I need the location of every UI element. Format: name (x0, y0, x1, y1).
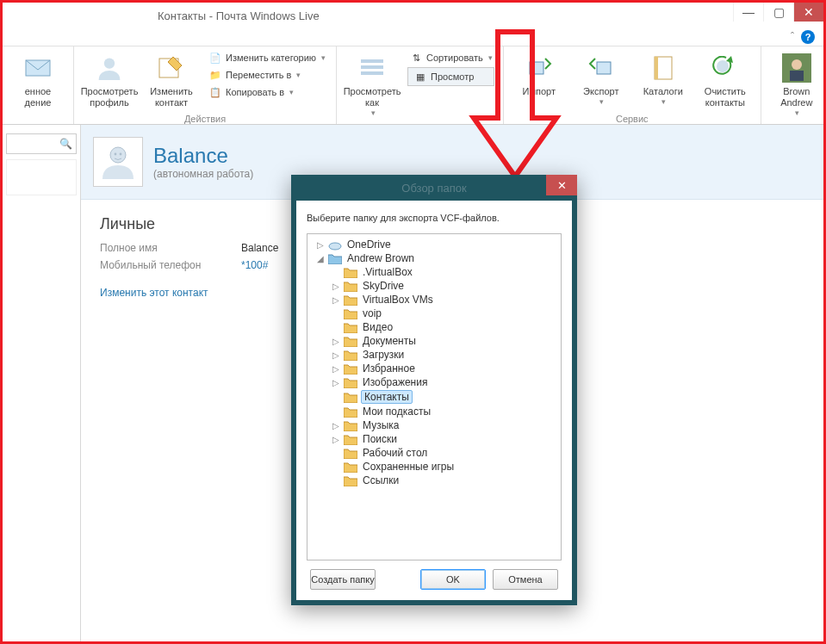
tree-node-label: Поиски (361, 433, 399, 445)
mobile-label: Мобильный телефон (100, 259, 220, 271)
folder-icon (344, 321, 357, 333)
search-input[interactable]: 🔍 (6, 133, 77, 154)
folder-icon (344, 419, 357, 431)
tree-node[interactable]: ▷Музыка (309, 418, 559, 432)
tree-node[interactable]: ▷Изображения (309, 375, 559, 389)
folder-tree[interactable]: ▷OneDrive◢Andrew Brown .VirtualBox▷SkyDr… (307, 233, 562, 560)
ribbon-collapse-icon[interactable]: ˆ (791, 31, 794, 43)
tree-expand-icon[interactable]: ▷ (332, 337, 340, 346)
cancel-button[interactable]: Отмена (493, 569, 558, 590)
tree-expand-icon[interactable]: ▷ (332, 378, 340, 387)
folder-icon (344, 266, 357, 278)
dialog-titlebar: Обзор папок ✕ (291, 175, 577, 201)
tree-node[interactable]: ▷VirtualBox VMs (309, 293, 559, 307)
ok-button[interactable]: OK (420, 569, 486, 590)
folder-icon (344, 280, 357, 292)
tree-node[interactable]: ▷Документы (309, 334, 559, 348)
sidebar: 🔍 (3, 125, 81, 643)
view-as-button[interactable]: Просмотреть как▾ (342, 50, 402, 121)
dialog-close-button[interactable]: ✕ (546, 175, 577, 195)
tree-node[interactable]: ▷SkyDrive (309, 279, 559, 293)
chevron-down-icon: ▾ (795, 108, 799, 118)
tree-node-label: Изображения (361, 376, 429, 388)
tree-expand-icon[interactable] (332, 462, 340, 472)
tree-expand-icon[interactable]: ▷ (332, 295, 340, 305)
folder-icon (344, 349, 357, 361)
folder-icon (344, 461, 357, 473)
svg-point-12 (792, 59, 802, 70)
folder-icon (344, 474, 357, 486)
copy-to-button[interactable]: 📋Копировать в▾ (207, 84, 327, 100)
view-profile-button[interactable]: Просмотреть профиль (79, 50, 140, 112)
tree-node[interactable]: Контакты (309, 389, 559, 405)
tree-node[interactable]: Рабочий стол (309, 446, 559, 460)
account-button[interactable]: Brown Andrew▾ (767, 50, 826, 121)
tree-node[interactable]: Мои подкасты (309, 405, 559, 418)
change-category-button[interactable]: 📄Изменить категорию▾ (207, 50, 327, 65)
tree-node[interactable]: .VirtualBox (309, 265, 559, 279)
tree-node[interactable]: Видео (309, 320, 559, 334)
window-close-button[interactable]: ✕ (793, 3, 823, 22)
tree-expand-icon[interactable]: ▷ (332, 435, 340, 444)
tree-expand-icon[interactable] (332, 323, 340, 332)
tree-node-label: VirtualBox VMs (361, 294, 435, 306)
svg-point-10 (717, 60, 729, 72)
tree-expand-icon[interactable]: ▷ (332, 350, 340, 360)
tree-node-label: Контакты (361, 390, 413, 404)
tree-node-label: Документы (361, 335, 418, 347)
tree-expand-icon[interactable] (332, 449, 340, 458)
tree-expand-icon[interactable] (332, 407, 340, 417)
tree-node[interactable]: Ссылки (309, 474, 559, 487)
new-message-button[interactable]: енное дение (8, 50, 68, 112)
tree-expand-icon[interactable]: ▷ (316, 240, 325, 250)
folder-icon (344, 447, 357, 459)
search-icon: 🔍 (59, 138, 72, 150)
export-button[interactable]: Экспорт▾ (571, 50, 631, 110)
tree-node-label: Загрузки (361, 349, 406, 361)
tree-expand-icon[interactable]: ▷ (332, 282, 340, 291)
svg-point-16 (115, 153, 117, 156)
folder-icon (328, 238, 342, 251)
chevron-down-icon: ▾ (661, 97, 666, 107)
contact-list[interactable] (6, 159, 77, 195)
tree-node-label: Рабочий стол (361, 447, 429, 459)
edit-contact-button[interactable]: Изменить контакт (141, 50, 202, 112)
group-service-label: Сервис (509, 114, 755, 124)
svg-rect-3 (361, 59, 383, 63)
window-title: Контакты - Почта Windows Live (158, 9, 320, 22)
new-folder-button[interactable]: Создать папку (310, 569, 376, 590)
tree-node[interactable]: ▷Загрузки (309, 348, 559, 362)
ribbon-collapse-strip: ˆ ? (3, 28, 823, 46)
sort-button[interactable]: ⇅Сортировать▾ (407, 50, 494, 65)
import-button[interactable]: Импорт (509, 50, 569, 101)
tree-node[interactable]: ▷Избранное (309, 362, 559, 375)
clear-contacts-button[interactable]: Очистить контакты (695, 50, 755, 112)
tree-node[interactable]: voip (309, 307, 559, 320)
tree-node[interactable]: ▷OneDrive (309, 238, 559, 251)
tree-node[interactable]: Сохраненные игры (309, 460, 559, 474)
tree-expand-icon[interactable]: ▷ (332, 421, 340, 430)
tree-node-label: voip (361, 307, 383, 319)
tree-node-label: Ссылки (361, 474, 401, 486)
tree-expand-icon[interactable] (332, 476, 340, 486)
preview-toggle[interactable]: ▦Просмотр (407, 67, 494, 86)
tree-expand-icon[interactable] (332, 309, 340, 319)
tree-expand-icon[interactable]: ◢ (316, 254, 325, 263)
tree-node[interactable]: ◢Andrew Brown (309, 251, 559, 265)
move-to-button[interactable]: 📁Переместить в▾ (207, 67, 327, 83)
group-actions-label: Действия (79, 114, 331, 124)
catalogs-button[interactable]: Каталоги▾ (633, 50, 693, 110)
tree-expand-icon[interactable] (332, 268, 340, 277)
folder-icon (344, 376, 357, 388)
import-icon (525, 53, 554, 83)
mobile-value[interactable]: *100# (241, 259, 268, 271)
move-icon: 📁 (208, 68, 222, 82)
help-icon[interactable]: ? (801, 30, 815, 44)
folder-icon (344, 335, 357, 347)
window-minimize-button[interactable]: — (733, 3, 763, 22)
tree-expand-icon[interactable] (332, 393, 340, 402)
tree-node[interactable]: ▷Поиски (309, 432, 559, 446)
tree-expand-icon[interactable]: ▷ (332, 364, 340, 374)
category-icon: 📄 (208, 51, 222, 65)
window-maximize-button[interactable]: ▢ (763, 3, 793, 22)
